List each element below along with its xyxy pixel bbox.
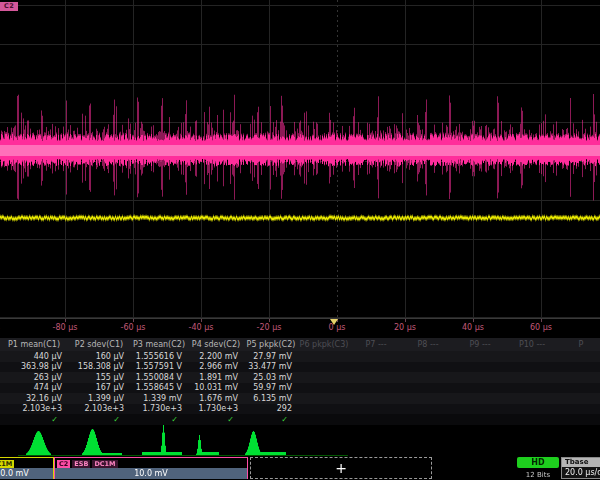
measurement-header[interactable]: P9 --- [454,340,506,349]
oscilloscope-screen: C2 -100 µs-80 µs-60 µs-40 µs-20 µs0 µs20… [0,0,600,480]
measurement-value: 1.550084 V [130,373,188,382]
measurement-value: 1.399 µV [68,394,130,403]
channel-c1-descriptor[interactable]: DC1M 10.0 mV [0,457,54,479]
axis-tick [541,319,542,322]
hd-bits-label: 12 Bits [517,470,559,480]
hd-mode-badge[interactable]: HD [517,457,559,468]
measurement-value: 363.98 µV [0,362,68,371]
measurement-value: 158.308 µV [68,362,130,371]
time-axis-label: 40 µs [462,323,484,332]
measurement-value: 1.676 mV [188,394,244,403]
measurement-header[interactable]: P6 pkpk(C3) [298,340,350,349]
axis-tick [269,319,270,322]
time-axis-label: -40 µs [189,323,214,332]
measurement-value: 1.891 mV [188,373,244,382]
measurement-value: 1.730e+3 [130,404,188,413]
measurement-value: 2.103e+3 [68,404,130,413]
channel-c2-descriptor[interactable]: C2 ESB DC1M 10.0 mV [54,457,248,479]
time-axis: -100 µs-80 µs-60 µs-40 µs-20 µs0 µs20 µs… [0,318,600,336]
measurement-value: 1.555616 V [130,352,188,361]
measurement-value: 25.03 mV [244,373,298,382]
measurement-status-check: ✓ [68,415,130,424]
measurement-header[interactable]: P7 --- [350,340,402,349]
timebase-value: 20.0 µs/div [562,467,600,478]
timebase-descriptor[interactable]: Tbase 20.0 µs/div [561,457,600,479]
measurement-value: 10.031 mV [188,383,244,392]
measurement-value: 167 µV [68,383,130,392]
measurement-value: 155 µV [68,373,130,382]
measurement-status-check: ✓ [244,415,298,424]
measurement-value: 1.730e+3 [188,404,244,413]
measurement-histicons [0,424,600,458]
measurement-value: 440 µV [0,352,68,361]
c1-coupling-badge: DC1M [0,460,14,468]
measurement-value: 1.558645 V [130,383,188,392]
measurement-status-check: ✓ [130,415,188,424]
measurement-value: 474 µV [0,383,68,392]
trigger-position-marker[interactable] [330,319,338,325]
measurement-header[interactable]: P4 sdev(C2) [188,340,244,349]
time-axis-label: -20 µs [257,323,282,332]
measurement-header[interactable]: P2 sdev(C1) [68,340,130,349]
c2-coupling-badge: DC1M [92,460,117,468]
measurement-status-check: ✓ [188,415,244,424]
measurement-table: P1 mean(C1)P2 sdev(C1)P3 mean(C2)P4 sdev… [0,338,600,425]
axis-tick [473,319,474,322]
axis-tick [201,319,202,322]
time-axis-label: -60 µs [121,323,146,332]
measurement-value: 33.477 mV [244,362,298,371]
c2-name-badge: C2 [57,460,70,468]
measurement-header[interactable]: P3 mean(C2) [130,340,188,349]
axis-tick [133,319,134,322]
axis-tick [65,319,66,322]
time-axis-label: -80 µs [53,323,78,332]
measurement-value: 2.200 mV [188,352,244,361]
measurement-header[interactable]: P5 pkpk(C2) [244,340,298,349]
measurement-header[interactable]: P [558,340,600,349]
measurement-value: 27.97 mV [244,352,298,361]
timebase-title: Tbase [562,458,600,467]
measurement-value: 59.97 mV [244,383,298,392]
measurement-value: 32.16 µV [0,394,68,403]
measurement-value: 2.103e+3 [0,404,68,413]
trace-label-badge[interactable]: C2 [0,2,18,11]
measurement-value: 2.966 mV [188,362,244,371]
c2-esb-badge: ESB [72,460,90,468]
c1-scale-value: 10.0 mV [0,468,53,479]
c2-scale-value: 10.0 mV [55,468,247,479]
measurement-value: 160 µV [68,352,130,361]
measurement-value: 1.557591 V [130,362,188,371]
measurement-value: 6.135 mV [244,394,298,403]
measurement-status-check: ✓ [0,415,68,424]
time-axis-label: 60 µs [530,323,552,332]
measurement-value: 263 µV [0,373,68,382]
measurement-value: 1.339 mV [130,394,188,403]
waveform-display[interactable] [0,0,600,318]
axis-tick [405,319,406,322]
measurement-header[interactable]: P8 --- [402,340,454,349]
measurement-value: 292 [244,404,298,413]
time-axis-label: 20 µs [394,323,416,332]
add-trace-button[interactable]: + [250,457,432,479]
measurement-header[interactable]: P10 --- [506,340,558,349]
measurement-header[interactable]: P1 mean(C1) [0,340,68,349]
